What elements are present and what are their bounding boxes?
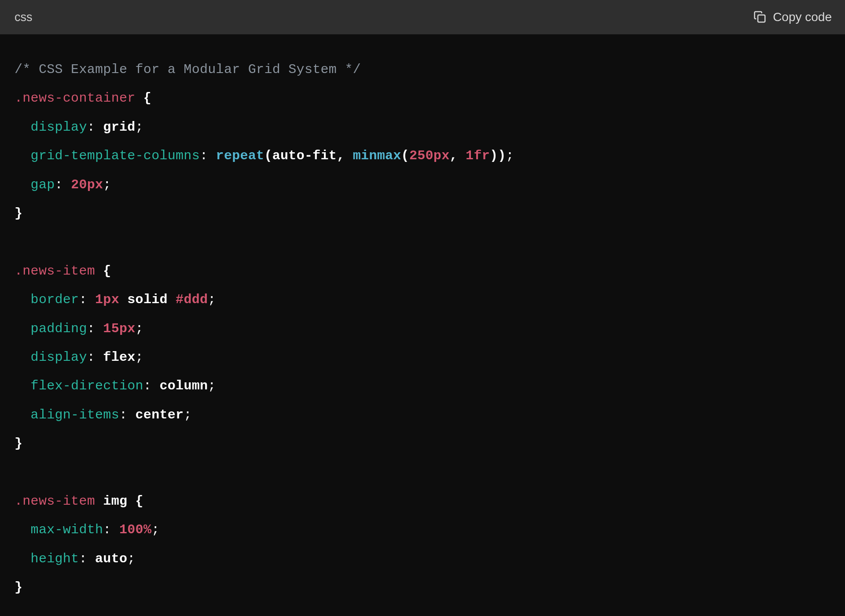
code-header: css Copy code xyxy=(0,0,845,34)
copy-icon xyxy=(753,11,767,24)
language-label: css xyxy=(15,11,33,24)
code-block-container: css Copy code /* CSS Example for a Modul… xyxy=(0,0,845,616)
svg-rect-0 xyxy=(758,15,765,22)
copy-code-button[interactable]: Copy code xyxy=(753,10,832,24)
code-comment: /* CSS Example for a Modular Grid System… xyxy=(15,62,361,77)
code-content[interactable]: /* CSS Example for a Modular Grid System… xyxy=(0,34,845,616)
selector-news-item: .news-item xyxy=(15,264,95,279)
selector-news-item-img: .news-item xyxy=(15,494,95,509)
selector-news-container: .news-container xyxy=(15,91,136,106)
copy-label: Copy code xyxy=(773,10,832,24)
